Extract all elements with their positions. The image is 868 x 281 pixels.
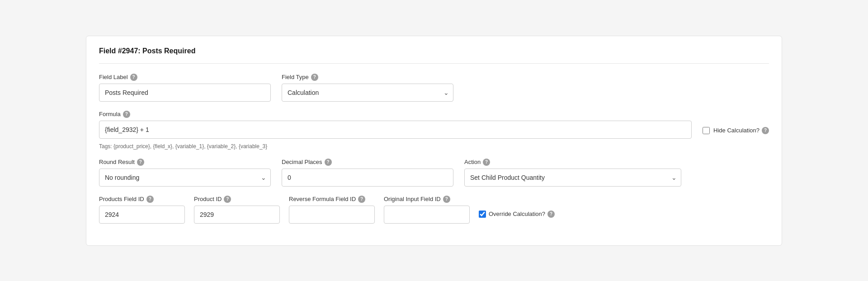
field-label-input[interactable] bbox=[99, 84, 271, 102]
original-input-field-id-label: Original Input Field ID ? bbox=[384, 196, 470, 203]
override-calculation-group: spacer Override Calculation? ? bbox=[479, 196, 555, 223]
products-field-id-input[interactable] bbox=[99, 206, 185, 224]
formula-group: Formula ? Tags: {product_price}, {field_… bbox=[99, 111, 692, 150]
products-field-id-label: Products Field ID ? bbox=[99, 196, 185, 203]
row-bottom-fields: Products Field ID ? Product ID ? Reverse… bbox=[99, 196, 769, 224]
override-calculation-row: Override Calculation? ? bbox=[479, 205, 555, 223]
reverse-formula-field-id-input[interactable] bbox=[289, 206, 375, 224]
decimal-places-help-icon[interactable]: ? bbox=[325, 159, 332, 166]
field-type-select-wrapper: Calculation Text Number Select ⌄ bbox=[282, 84, 453, 102]
original-input-field-id-group: Original Input Field ID ? bbox=[384, 196, 470, 224]
field-label-group: Field Label ? bbox=[99, 74, 271, 102]
override-calculation-checkbox[interactable] bbox=[479, 211, 486, 218]
product-id-label: Product ID ? bbox=[194, 196, 280, 203]
field-label-label: Field Label ? bbox=[99, 74, 271, 81]
field-type-label: Field Type ? bbox=[282, 74, 453, 81]
reverse-formula-field-id-group: Reverse Formula Field ID ? bbox=[289, 196, 375, 224]
formula-label: Formula ? bbox=[99, 111, 692, 118]
action-select[interactable]: Set Child Product Quantity None Set Quan… bbox=[464, 169, 681, 187]
row-round-action: Round Result ? No rounding Round up Roun… bbox=[99, 159, 769, 187]
decimal-places-label: Decimal Places ? bbox=[282, 159, 453, 166]
decimal-places-input[interactable] bbox=[282, 169, 453, 187]
field-label-help-icon[interactable]: ? bbox=[130, 74, 137, 81]
original-input-field-id-input[interactable] bbox=[384, 206, 470, 224]
action-select-wrapper: Set Child Product Quantity None Set Quan… bbox=[464, 169, 681, 187]
round-result-group: Round Result ? No rounding Round up Roun… bbox=[99, 159, 271, 187]
formula-help-icon[interactable]: ? bbox=[123, 111, 130, 118]
hide-calculation-checkbox[interactable] bbox=[703, 127, 710, 134]
round-result-select-wrapper: No rounding Round up Round down Round to… bbox=[99, 169, 271, 187]
action-group: Action ? Set Child Product Quantity None… bbox=[464, 159, 681, 187]
original-input-field-id-help-icon[interactable]: ? bbox=[443, 196, 450, 203]
round-result-help-icon[interactable]: ? bbox=[137, 159, 144, 166]
reverse-formula-help-icon[interactable]: ? bbox=[358, 196, 365, 203]
reverse-formula-field-id-label: Reverse Formula Field ID ? bbox=[289, 196, 375, 203]
field-form-card: Field #2947: Posts Required Field Label … bbox=[86, 36, 782, 246]
formula-input[interactable] bbox=[99, 121, 692, 139]
field-type-help-icon[interactable]: ? bbox=[311, 74, 318, 81]
page-title: Field #2947: Posts Required bbox=[99, 47, 769, 64]
hide-calculation-help-icon[interactable]: ? bbox=[762, 127, 769, 134]
action-label: Action ? bbox=[464, 159, 681, 166]
products-field-id-help-icon[interactable]: ? bbox=[146, 196, 154, 203]
override-calculation-help-icon[interactable]: ? bbox=[547, 211, 555, 218]
action-help-icon[interactable]: ? bbox=[483, 159, 490, 166]
field-type-group: Field Type ? Calculation Text Number Sel… bbox=[282, 74, 453, 102]
formula-tags: Tags: {product_price}, {field_x}, {varia… bbox=[99, 143, 692, 150]
round-result-label: Round Result ? bbox=[99, 159, 271, 166]
row-field-info: Field Label ? Field Type ? Calculation T… bbox=[99, 74, 769, 102]
hide-calculation-group: Hide Calculation? ? bbox=[703, 111, 769, 140]
product-id-group: Product ID ? bbox=[194, 196, 280, 224]
product-id-input[interactable] bbox=[194, 206, 280, 224]
decimal-places-group: Decimal Places ? bbox=[282, 159, 453, 187]
product-id-help-icon[interactable]: ? bbox=[224, 196, 231, 203]
field-type-select[interactable]: Calculation Text Number Select bbox=[282, 84, 453, 102]
products-field-id-group: Products Field ID ? bbox=[99, 196, 185, 224]
hide-calculation-row: Hide Calculation? ? bbox=[703, 122, 769, 140]
round-result-select[interactable]: No rounding Round up Round down Round to… bbox=[99, 169, 271, 187]
row-formula: Formula ? Tags: {product_price}, {field_… bbox=[99, 111, 769, 150]
